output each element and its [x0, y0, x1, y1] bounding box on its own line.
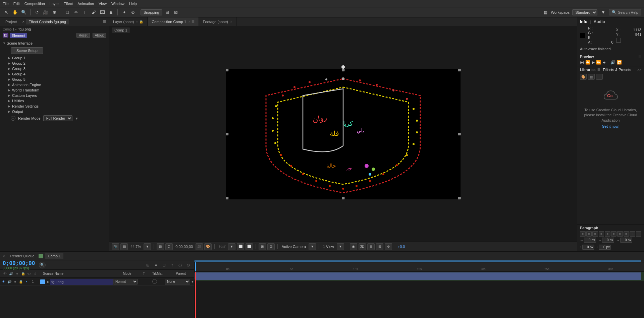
preview-audio-toggle[interactable]: 🔊	[610, 60, 615, 65]
tree-group4[interactable]: ▶ Group 4	[8, 71, 106, 77]
tab-render-queue[interactable]: Render Queue	[7, 253, 37, 259]
info-panel-menu[interactable]: ☰	[638, 20, 641, 24]
reset-button[interactable]: Reset	[76, 33, 90, 38]
render-mode-select[interactable]: Full Render	[43, 115, 72, 121]
handle-bl[interactable]	[226, 197, 228, 199]
handle-ml[interactable]	[226, 133, 228, 135]
layer-expand-arrow[interactable]: ▶	[46, 279, 50, 284]
zoom-dropdown[interactable]: ▼	[144, 243, 151, 250]
tl-draft-btn[interactable]: ⊙	[185, 262, 192, 268]
lib-expander[interactable]: >>	[637, 68, 641, 72]
tree-group3[interactable]: ▶ Group 3	[8, 66, 106, 71]
pan-behind-tool[interactable]: ⊕	[51, 9, 58, 16]
time-display[interactable]: 0;00;00;00	[174, 245, 194, 249]
text-tool[interactable]: T	[81, 9, 89, 16]
para-align-center[interactable]: ≡	[586, 231, 592, 237]
snap-icon-1[interactable]: ⊞	[164, 9, 171, 16]
clone-tool[interactable]: ⌧	[99, 9, 106, 16]
para-dir-ltr[interactable]: →	[630, 231, 635, 237]
handle-br[interactable]	[458, 197, 461, 199]
para-space-before-input[interactable]	[582, 245, 594, 250]
preview-first-frame[interactable]: ⏮	[580, 60, 584, 65]
tl-render-btn[interactable]: ⊡	[161, 262, 167, 268]
grid-btn[interactable]: ⊞	[367, 243, 375, 250]
mask-tool[interactable]: □	[64, 9, 71, 16]
preview-prev-frame[interactable]: ⏪	[585, 60, 590, 65]
para-justify-left[interactable]: ≡	[599, 231, 604, 237]
fast-preview-btn[interactable]: ⬜	[237, 243, 244, 250]
tab-comp-timeline[interactable]: Comp 1	[45, 253, 64, 259]
tree-scene-interface[interactable]: ▼ Scene Interface	[3, 41, 106, 46]
preview-last-frame[interactable]: ⏭	[602, 60, 606, 65]
show-snapshot-btn[interactable]: ▤	[120, 243, 128, 250]
tree-output[interactable]: ▶ Output	[8, 109, 106, 114]
camera-tool[interactable]: 🎥	[42, 9, 49, 16]
track-camera-btn[interactable]: ◉	[350, 243, 357, 250]
tl-current-pos-marker[interactable]	[195, 260, 195, 262]
handle-tl[interactable]	[226, 69, 228, 71]
menu-view[interactable]: View	[99, 2, 107, 6]
layer-mode-select[interactable]: Normal	[113, 279, 138, 284]
para-menu[interactable]: ☰	[638, 226, 641, 230]
3d-btn[interactable]: 3D	[359, 243, 366, 250]
para-indent-left-input[interactable]	[584, 238, 596, 243]
comp-canvas[interactable]: روان فلة كريا بلي	[226, 69, 461, 199]
tab-layer[interactable]: Layer (none) × 🔒	[109, 17, 148, 26]
fit-btn[interactable]: ⊡	[157, 243, 164, 250]
lib-tab-effects[interactable]: Effects & Presets	[601, 68, 632, 72]
lib-menu[interactable]: ☰	[597, 68, 600, 71]
workspace-select[interactable]: Standard	[572, 9, 597, 15]
safe-margins-btn[interactable]: ⊠	[267, 243, 275, 250]
tab-footage[interactable]: Footage (none) ×	[199, 17, 236, 26]
cc-link[interactable]: Get it now!	[580, 124, 641, 128]
para-indent-right-input[interactable]	[602, 238, 614, 243]
info-plus-btn[interactable]	[616, 38, 621, 43]
view-dropdown[interactable]: ▼	[337, 243, 344, 250]
tree-group1[interactable]: ▶ Group 1	[8, 55, 106, 61]
tree-world-transform[interactable]: ▶ World Transform	[8, 87, 106, 93]
tree-animation-engine[interactable]: ▶ Animation Engine	[8, 82, 106, 87]
layer-parent-dropdown[interactable]: ▼	[191, 280, 194, 283]
layer-label[interactable]: ▪	[24, 279, 29, 284]
info-tab-info[interactable]: Info	[580, 19, 587, 24]
tl-track-bar-inner[interactable]	[195, 272, 641, 280]
scene-setup-button[interactable]: Scene Setup	[11, 47, 43, 54]
menu-effect[interactable]: Effect	[63, 2, 73, 6]
menu-animation[interactable]: Animation	[77, 2, 94, 6]
roi-btn[interactable]: ⊞	[259, 243, 266, 250]
workspace-dropdown[interactable]: ▼	[599, 9, 607, 16]
tab-composition[interactable]: Composition Comp 1 × ☰	[148, 17, 199, 26]
brush-tool[interactable]: 🖌	[90, 9, 97, 16]
para-justify-center[interactable]: ≡	[605, 231, 610, 237]
tab-project[interactable]: Project	[3, 19, 19, 24]
guide-btn[interactable]: ⊟	[376, 243, 383, 250]
handle-tr[interactable]	[458, 69, 461, 71]
handle-bc[interactable]	[342, 197, 344, 199]
para-indent-first-input[interactable]	[620, 238, 632, 243]
panel-menu-icon[interactable]: ☰	[103, 20, 106, 23]
tl-in-out-range[interactable]	[195, 260, 641, 262]
para-justify-last[interactable]: ≡	[624, 231, 629, 237]
menu-layer[interactable]: Layer	[50, 2, 59, 6]
footage-tab-close[interactable]: ×	[230, 20, 232, 23]
para-dir-rtl[interactable]: ←	[636, 231, 642, 237]
snapping-button[interactable]: Snapping	[141, 9, 162, 15]
pen-tool[interactable]: ✏	[72, 9, 80, 16]
preview-menu[interactable]: ☰	[638, 55, 641, 59]
preview-play[interactable]: ▶	[592, 60, 595, 65]
camera-motion-btn[interactable]: 🎥	[196, 243, 203, 250]
lib-color-theme-btn[interactable]: 🎨	[580, 74, 587, 80]
render-queue-close[interactable]: ×	[3, 254, 5, 258]
comp-tab-menu[interactable]: ☰	[192, 20, 195, 23]
handle-tc[interactable]	[342, 69, 344, 71]
comp-tab-close[interactable]: ×	[188, 20, 190, 23]
layer-parent-select[interactable]: None	[165, 279, 190, 284]
snapshot-btn[interactable]: 📷	[112, 243, 119, 250]
lib-grid-view[interactable]: ▦	[588, 74, 595, 80]
layer-name[interactable]: fgu.png	[50, 279, 113, 285]
rotate-tool[interactable]: ↺	[33, 9, 41, 16]
zoom-tool[interactable]: 🔍	[20, 9, 28, 16]
tree-render-settings[interactable]: ▶ Render Settings	[8, 104, 106, 109]
menu-composition[interactable]: Composition	[24, 2, 45, 6]
tree-group5[interactable]: ▶ Group 5	[8, 77, 106, 82]
